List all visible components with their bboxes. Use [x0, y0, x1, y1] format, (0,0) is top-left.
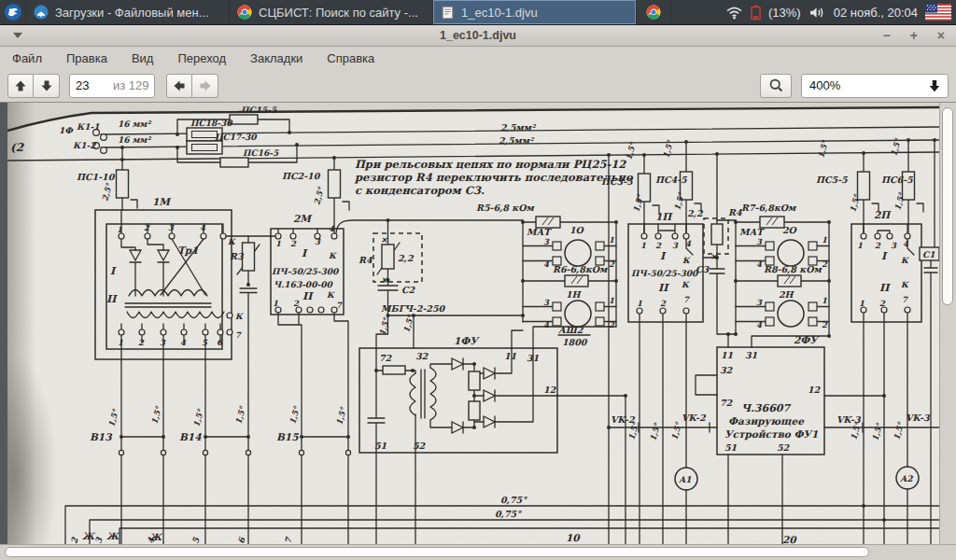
- taskbar-window-browser[interactable]: СЦБИСТ: Поиск по сайту -...: [230, 0, 433, 24]
- djvu-page-canvas[interactable]: (21ФК1-116 мм²К1-216 мм²ПС18-30ПС15-5ПС1…: [7, 103, 939, 544]
- horizontal-scrollbar[interactable]: [0, 544, 956, 560]
- start-icon: [4, 3, 22, 21]
- zoom-combobox[interactable]: 400%: [801, 74, 949, 98]
- search-icon: [768, 77, 784, 93]
- taskbar-window-label: 1_ec10-1.djvu: [461, 6, 538, 20]
- arrow-up-icon: [13, 78, 28, 93]
- document-icon: [441, 6, 455, 20]
- horizontal-scrollbar-thumb[interactable]: [5, 547, 869, 557]
- window-titlebar: 1_ec10-1.djvu − + ×: [0, 25, 956, 47]
- battery-percentage: (13%): [768, 6, 801, 20]
- document-view: (21ФК1-116 мм²К1-216 мм²ПС18-30ПС15-5ПС1…: [0, 103, 956, 560]
- search-button[interactable]: [760, 74, 792, 98]
- taskbar: Загрузки - Файловый мен... СЦБИСТ: Поиск…: [0, 0, 956, 25]
- page-number-input[interactable]: [70, 78, 107, 92]
- history-back-button[interactable]: [166, 74, 192, 98]
- schematic-drawing: (21ФК1-116 мм²К1-216 мм²ПС18-30ПС15-5ПС1…: [7, 103, 939, 544]
- toolbar: из 129 400%: [0, 69, 956, 103]
- history-forward-button[interactable]: [192, 74, 218, 98]
- menu-view[interactable]: Вид: [120, 47, 166, 69]
- taskbar-window-downloads[interactable]: Загрузки - Файловый мен...: [26, 0, 230, 24]
- taskbar-window-label: СЦБИСТ: Поиск по сайту -...: [259, 6, 418, 20]
- next-page-button[interactable]: [34, 74, 60, 98]
- previous-page-button[interactable]: [7, 74, 34, 98]
- battery-icon[interactable]: [751, 5, 761, 21]
- menu-bookmarks[interactable]: Закладки: [238, 47, 315, 69]
- download-icon: [34, 5, 49, 20]
- vertical-scrollbar-thumb[interactable]: [942, 107, 953, 305]
- start-menu-button[interactable]: [0, 0, 26, 24]
- menu-edit[interactable]: Правка: [54, 47, 120, 69]
- menu-go[interactable]: Переход: [165, 47, 238, 69]
- clock[interactable]: 02 нояб., 20:04: [834, 6, 918, 20]
- volume-icon[interactable]: [808, 6, 826, 20]
- zoom-value: 400%: [802, 78, 928, 92]
- chrome-icon: [237, 5, 252, 20]
- system-tray: (13%) 02 нояб., 20:04: [725, 0, 956, 24]
- arrow-down-icon: [39, 78, 54, 93]
- close-button[interactable]: ×: [937, 29, 945, 42]
- wifi-icon[interactable]: [725, 6, 743, 20]
- maximize-button[interactable]: +: [910, 29, 918, 42]
- chrome-icon: [646, 5, 661, 20]
- page-number-box: из 129: [69, 74, 155, 98]
- page-total-label: из 129: [107, 78, 149, 92]
- menu-file[interactable]: Файл: [0, 47, 54, 69]
- arrow-left-icon: [172, 78, 187, 93]
- keyboard-layout-flag-icon[interactable]: [925, 4, 951, 21]
- scan-grain-overlay: [7, 103, 939, 544]
- chevron-down-icon: [928, 78, 941, 93]
- menu-help[interactable]: Справка: [315, 47, 387, 69]
- minimize-button[interactable]: −: [882, 29, 890, 42]
- taskbar-window-label: Загрузки - Файловый мен...: [55, 6, 209, 20]
- taskbar-window-djvu-active[interactable]: 1_ec10-1.djvu: [433, 0, 637, 24]
- arrow-right-icon: [198, 78, 213, 93]
- taskbar-window-browser-2[interactable]: [637, 0, 671, 24]
- menubar: Файл Правка Вид Переход Закладки Справка: [0, 47, 956, 69]
- vertical-scrollbar[interactable]: [939, 103, 956, 544]
- window-title: 1_ec10-1.djvu: [0, 29, 956, 42]
